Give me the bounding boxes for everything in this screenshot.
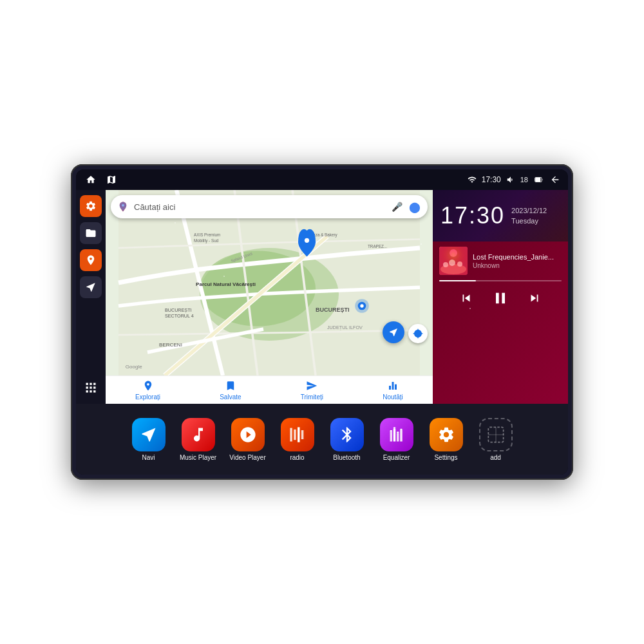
map-search-text: Căutați aici: [134, 202, 385, 212]
svg-text:AXIS Premium: AXIS Premium: [194, 232, 220, 237]
clock-widget: 17:30 2023/12/12 Tuesday: [433, 190, 568, 242]
svg-text:Google: Google: [126, 364, 143, 370]
svg-rect-3: [90, 383, 91, 385]
video-player-label: Video Player: [229, 454, 266, 461]
news-icon: [386, 379, 399, 392]
right-panel: 17:30 2023/12/12 Tuesday: [433, 190, 568, 404]
settings-app-icon: [430, 418, 463, 451]
svg-rect-45: [390, 430, 392, 431]
equalizer-icon: [380, 418, 413, 451]
svg-point-29: [305, 238, 309, 243]
map-container[interactable]: Parcul Natural Văcărești BUCUREȘTI JUDEȚ…: [106, 190, 433, 375]
radio-label: radio: [290, 454, 304, 461]
svg-rect-46: [393, 427, 395, 428]
app-settings[interactable]: Settings: [425, 418, 467, 461]
tab-trimiteti-label: Trimiteți: [301, 393, 323, 401]
music-player-icon: [182, 418, 215, 451]
svg-text:Parcul Natural Văcărești: Parcul Natural Văcărești: [196, 281, 256, 287]
svg-rect-6: [90, 386, 91, 388]
music-progress-fill: [439, 280, 476, 281]
add-label: add: [490, 454, 501, 461]
app-grid: Navi Music Player Video Player: [76, 404, 568, 475]
app-music-player[interactable]: Music Player: [177, 418, 219, 461]
status-bar: 17:30 18: [76, 169, 568, 190]
music-progress-bar[interactable]: [439, 280, 562, 281]
svg-rect-42: [393, 428, 395, 441]
maps-status-icon[interactable]: [104, 173, 118, 187]
folder-sidebar-btn[interactable]: [80, 222, 102, 244]
left-sidebar: [76, 190, 106, 404]
music-player-label: Music Player: [180, 454, 216, 461]
svg-text:Mobility - Sud: Mobility - Sud: [194, 238, 219, 243]
map-tab-trimiteti[interactable]: Trimiteți: [301, 379, 323, 401]
video-player-icon: [231, 418, 265, 451]
svg-rect-5: [86, 386, 88, 388]
svg-rect-40: [301, 430, 303, 439]
map-sidebar-btn[interactable]: [80, 249, 102, 271]
map-search-bar[interactable]: Căutați aici 🎤 ⬤: [111, 195, 428, 218]
equalizer-label: Equalizer: [383, 454, 410, 461]
nav-fab-btn[interactable]: [383, 321, 404, 343]
map-bottom-tabs: Explorați Salvate Trimiteți: [106, 375, 433, 404]
tab-salvate-label: Salvate: [220, 393, 241, 401]
music-widget: Lost Frequencies_Janie... Unknown: [433, 242, 568, 404]
music-text: Lost Frequencies_Janie... Unknown: [473, 253, 562, 269]
search-menu-icon[interactable]: ⬤: [408, 200, 421, 213]
svg-point-28: [360, 304, 363, 307]
app-radio[interactable]: radio: [276, 418, 318, 461]
share-icon: [305, 379, 318, 392]
navi-label: Navi: [142, 454, 155, 461]
bluetooth-icon: [330, 418, 364, 451]
clock-time: 17:30: [440, 204, 505, 227]
battery-level: 18: [520, 176, 528, 184]
pause-btn[interactable]: [489, 287, 512, 310]
svg-rect-41: [390, 431, 392, 441]
home-icon[interactable]: [84, 173, 98, 187]
svg-text:BUCUREȘTI: BUCUREȘTI: [316, 307, 350, 313]
svg-text:SECTORUL 4: SECTORUL 4: [165, 313, 194, 319]
radio-icon: [281, 418, 314, 451]
bluetooth-label: Bluetooth: [333, 454, 360, 461]
settings-app-label: Settings: [434, 454, 457, 461]
map-tab-salvate[interactable]: Salvate: [220, 379, 241, 401]
music-info: Lost Frequencies_Janie... Unknown: [439, 247, 562, 275]
app-add[interactable]: add: [475, 418, 516, 461]
svg-rect-10: [93, 390, 95, 392]
saved-icon: [224, 379, 237, 392]
prev-btn[interactable]: [457, 289, 476, 308]
device-screen: 17:30 18: [76, 169, 568, 475]
app-navi[interactable]: Navi: [128, 418, 169, 461]
svg-rect-1: [535, 178, 540, 182]
album-art: [439, 247, 468, 275]
svg-rect-44: [400, 430, 402, 442]
svg-rect-2: [86, 383, 88, 385]
map-tab-explorati[interactable]: Explorați: [135, 379, 160, 401]
map-locate-btn[interactable]: [408, 324, 428, 343]
svg-rect-39: [298, 427, 300, 442]
search-mic-icon[interactable]: 🎤: [390, 200, 403, 213]
tab-explorati-label: Explorați: [135, 393, 160, 401]
explore-icon: [142, 379, 155, 392]
grid-btn[interactable]: [80, 377, 102, 399]
map-tab-noutati[interactable]: Noutăți: [383, 379, 403, 401]
settings-sidebar-btn[interactable]: [80, 195, 102, 217]
clock-date: 2023/12/12 Tuesday: [511, 205, 547, 227]
next-btn[interactable]: [525, 289, 544, 308]
clock-date-value: 2023/12/12: [511, 205, 547, 216]
nav-sidebar-btn[interactable]: [80, 276, 102, 298]
app-video-player[interactable]: Video Player: [227, 418, 269, 461]
tab-noutati-label: Noutăți: [383, 393, 403, 401]
app-bluetooth[interactable]: Bluetooth: [326, 418, 368, 461]
navi-icon: [132, 418, 166, 451]
main-content: Parcul Natural Văcărești BUCUREȘTI JUDEȚ…: [76, 190, 568, 404]
music-artist: Unknown: [473, 262, 562, 269]
svg-text:TRAPEZ...: TRAPEZ...: [368, 244, 387, 249]
add-icon: [479, 418, 513, 451]
svg-rect-36: [439, 247, 468, 275]
app-equalizer[interactable]: Equalizer: [375, 418, 417, 461]
svg-rect-9: [90, 390, 91, 392]
svg-rect-4: [93, 383, 95, 385]
svg-rect-7: [93, 386, 95, 388]
svg-rect-47: [397, 431, 399, 433]
svg-text:JUDEȚUL ILFOV: JUDEȚUL ILFOV: [327, 325, 363, 330]
